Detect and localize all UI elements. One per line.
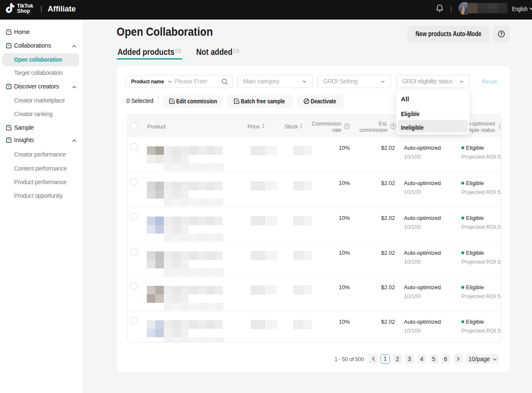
svg-text:?: ? xyxy=(500,31,503,37)
